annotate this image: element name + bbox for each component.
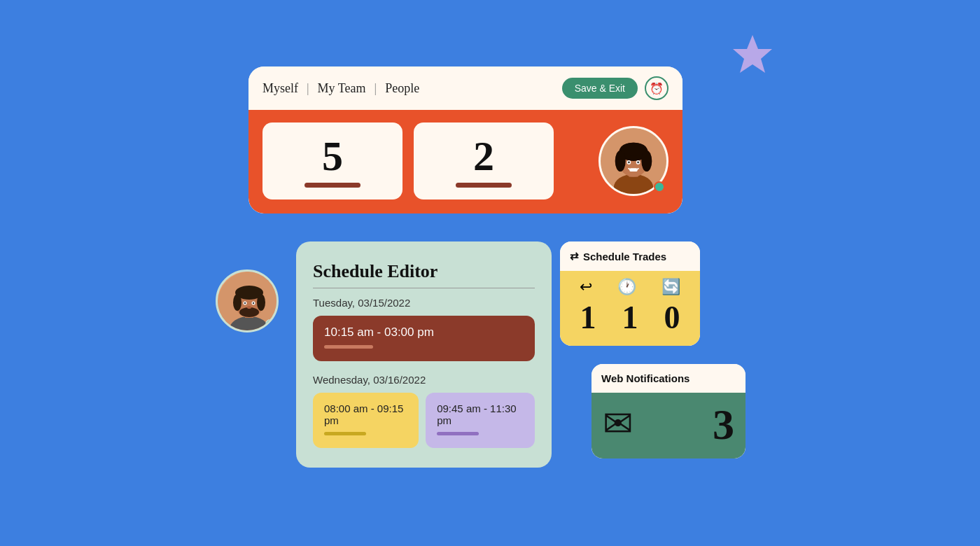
trade-icon-2: 🕐 [617,278,636,296]
schedule-avatar [216,270,279,332]
notif-header: Web Notifications [592,364,746,393]
svg-point-26 [247,306,251,309]
shift-time-1: 10:15 am - 03:00 pm [324,326,524,340]
top-body: 5 2 [248,110,682,214]
nav-sep2: | [374,81,377,96]
svg-point-12 [637,161,639,163]
shift-bar-1 [324,345,373,349]
counter-bar-1 [304,183,360,188]
clock-button[interactable]: ⏰ [645,76,668,100]
shift-bar-2 [324,432,366,435]
shift-card-purple: 09:45 am - 11:30 pm [426,393,535,448]
trades-body: ↩ 🕐 🔄 1 1 0 [560,271,700,346]
schedule-date-1: Tuesday, 03/15/2022 [313,297,535,309]
svg-point-24 [244,302,246,304]
shift-time-3: 09:45 am - 11:30 pm [437,402,524,426]
schedule-trades-widget: ⇄ Schedule Trades ↩ 🕐 🔄 1 1 0 [560,241,700,346]
counter-card-2: 2 [414,122,554,200]
shift-card-yellow: 08:00 am - 09:15 pm [313,393,419,448]
nav-sep1: | [307,81,309,96]
schedule-avatar-dot [265,319,275,329]
svg-point-21 [239,307,259,317]
nav-myteam[interactable]: My Team [318,81,366,96]
counter-bar-2 [456,183,512,188]
web-notifications-widget: Web Notifications ✉ 3 [592,364,746,458]
trade-number-3: 0 [653,299,692,336]
notif-title: Web Notifications [601,372,690,384]
shift-card-tuesday: 10:15 am - 03:00 pm [313,316,535,361]
trade-number-2: 1 [611,299,650,336]
trades-numbers-row: 1 1 0 [567,299,693,336]
shift-bar-3 [437,432,479,435]
trade-icon-3: 🔄 [662,278,680,296]
svg-point-11 [628,161,630,163]
nav-myself[interactable]: Myself [262,81,298,96]
trades-arrows-icon: ⇄ [570,250,579,262]
svg-marker-0 [733,35,772,73]
nav-people[interactable]: People [385,81,419,96]
notif-body: ✉ 3 [592,393,746,458]
trade-number-1: 1 [569,299,608,336]
notif-count: 3 [713,402,734,446]
shift-time-2: 08:00 am - 09:15 pm [324,402,407,426]
counter-card-1: 5 [262,122,402,200]
envelope-icon: ✉ [603,406,634,442]
svg-rect-13 [629,168,637,172]
avatar-online-dot-top [654,181,665,192]
svg-point-19 [233,294,241,311]
svg-point-8 [620,143,647,156]
top-nav: Myself | My Team | People Save & Exit ⏰ [248,66,682,110]
bottom-shifts: 08:00 am - 09:15 pm 09:45 am - 11:30 pm [313,393,535,448]
counter-value-2: 2 [473,135,494,177]
schedule-editor-title: Schedule Editor [313,261,535,282]
schedule-divider [313,288,535,288]
top-widget: Myself | My Team | People Save & Exit ⏰ … [248,66,682,214]
trades-icons-row: ↩ 🕐 🔄 [567,278,693,296]
counter-value-1: 5 [322,135,343,177]
schedule-editor: Schedule Editor Tuesday, 03/15/2022 10:1… [296,241,552,468]
svg-point-25 [253,302,254,304]
schedule-date-2: Wednesday, 03/16/2022 [313,374,535,386]
trades-title: Schedule Trades [583,251,666,262]
decorative-star [732,34,774,76]
clock-icon: ⏰ [650,82,664,95]
nav-actions: Save & Exit ⏰ [562,76,668,100]
trade-icon-1: ↩ [580,278,592,296]
save-exit-button[interactable]: Save & Exit [562,78,638,99]
trades-header: ⇄ Schedule Trades [560,241,700,271]
svg-point-20 [257,294,265,311]
